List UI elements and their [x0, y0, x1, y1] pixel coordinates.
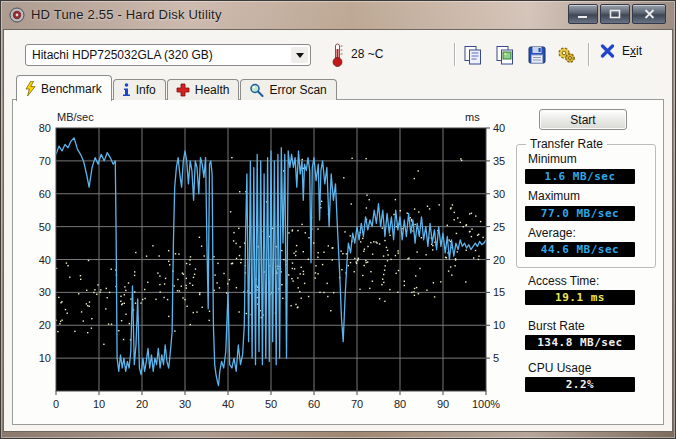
minimize-icon — [577, 9, 589, 19]
svg-text:40: 40 — [222, 398, 234, 410]
average-label: Average: — [528, 226, 576, 240]
benchmark-chart: 8070605040302010403530252015105010203040… — [13, 100, 513, 422]
svg-text:20: 20 — [136, 398, 148, 410]
svg-text:100%: 100% — [472, 398, 500, 410]
lightning-icon — [25, 81, 36, 96]
burst-rate-value: 134.8 MB/sec — [525, 335, 635, 350]
svg-text:10: 10 — [93, 398, 105, 410]
maximum-label: Maximum — [528, 189, 580, 203]
svg-text:5: 5 — [493, 352, 499, 364]
close-button[interactable] — [632, 4, 666, 24]
info-icon — [122, 83, 131, 97]
maximize-icon — [609, 9, 621, 19]
drive-select[interactable]: Hitachi HDP725032GLA (320 GB) — [25, 44, 311, 66]
combo-dropdown-button[interactable] — [291, 47, 308, 63]
svg-text:10: 10 — [493, 319, 505, 331]
exit-label: Exit — [622, 44, 642, 58]
svg-text:80: 80 — [39, 122, 51, 134]
access-time-value: 19.1 ms — [525, 290, 635, 305]
tab-error-scan[interactable]: Error Scan — [240, 79, 336, 100]
svg-text:60: 60 — [39, 188, 51, 200]
svg-text:35: 35 — [493, 155, 505, 167]
exit-x-icon — [600, 44, 615, 58]
tab-info[interactable]: Info — [113, 79, 166, 100]
svg-text:20: 20 — [39, 319, 51, 331]
maximize-button[interactable] — [600, 4, 630, 24]
copy-image-button[interactable] — [492, 43, 518, 67]
magnifier-icon — [249, 83, 264, 97]
tab-strip: Benchmark Info Health — [16, 75, 338, 100]
tab-benchmark[interactable]: Benchmark — [16, 75, 112, 101]
minimum-label: Minimum — [528, 152, 577, 166]
svg-text:50: 50 — [265, 398, 277, 410]
svg-text:30: 30 — [39, 286, 51, 298]
svg-text:20: 20 — [493, 254, 505, 266]
svg-text:0: 0 — [53, 398, 59, 410]
svg-text:70: 70 — [351, 398, 363, 410]
svg-text:70: 70 — [39, 155, 51, 167]
copy-image-icon — [494, 44, 516, 66]
health-cross-icon — [176, 83, 190, 97]
thermometer-icon — [331, 42, 344, 68]
temperature-readout: 28 ~C — [351, 47, 383, 61]
options-gears-icon — [555, 44, 579, 66]
transfer-rate-legend: Transfer Rate — [526, 137, 607, 151]
exit-button[interactable]: Exit — [600, 44, 642, 58]
svg-text:40: 40 — [39, 254, 51, 266]
svg-text:10: 10 — [39, 352, 51, 364]
svg-text:80: 80 — [394, 398, 406, 410]
access-time-label: Access Time: — [528, 274, 599, 288]
tab-label: Info — [136, 83, 156, 97]
client-area: Hitachi HDP725032GLA (320 GB) 28 ~C — [4, 30, 672, 431]
toolbar-separator — [454, 43, 456, 66]
minimum-value: 1.6 MB/sec — [525, 169, 635, 184]
start-button[interactable]: Start — [539, 109, 627, 130]
svg-text:15: 15 — [493, 286, 505, 298]
tab-label: Benchmark — [41, 82, 102, 96]
title-bar[interactable]: HD Tune 2.55 - Hard Disk Utility — [0, 0, 676, 30]
app-icon — [9, 7, 25, 23]
maximum-value: 77.0 MB/sec — [525, 206, 635, 221]
cpu-usage-value: 2.2% — [525, 377, 635, 392]
cpu-usage-label: CPU Usage — [528, 361, 591, 375]
svg-text:40: 40 — [493, 122, 505, 134]
tab-health[interactable]: Health — [167, 79, 240, 100]
svg-text:90: 90 — [437, 398, 449, 410]
save-screenshot-button[interactable] — [524, 43, 550, 67]
drive-select-value: Hitachi HDP725032GLA (320 GB) — [26, 48, 291, 62]
minimize-button[interactable] — [568, 4, 598, 24]
copy-to-clipboard-button[interactable] — [460, 43, 486, 67]
tab-label: Error Scan — [269, 83, 326, 97]
toolbar-separator — [588, 43, 590, 66]
tab-label: Health — [195, 83, 230, 97]
window-title: HD Tune 2.55 - Hard Disk Utility — [31, 7, 222, 22]
floppy-save-icon — [526, 44, 548, 66]
svg-text:30: 30 — [179, 398, 191, 410]
close-icon — [644, 9, 655, 19]
chevron-down-icon — [296, 53, 304, 62]
copy-icon — [462, 44, 484, 66]
app-window: HD Tune 2.55 - Hard Disk Utility Hitachi… — [0, 0, 676, 439]
options-button[interactable] — [554, 43, 580, 67]
svg-text:30: 30 — [493, 188, 505, 200]
benchmark-tab-page: MB/sec ms 807060504030201040353025201510… — [12, 99, 664, 425]
svg-text:60: 60 — [308, 398, 320, 410]
burst-rate-label: Burst Rate — [528, 319, 585, 333]
svg-text:50: 50 — [39, 221, 51, 233]
svg-text:25: 25 — [493, 221, 505, 233]
average-value: 44.6 MB/sec — [525, 242, 635, 257]
